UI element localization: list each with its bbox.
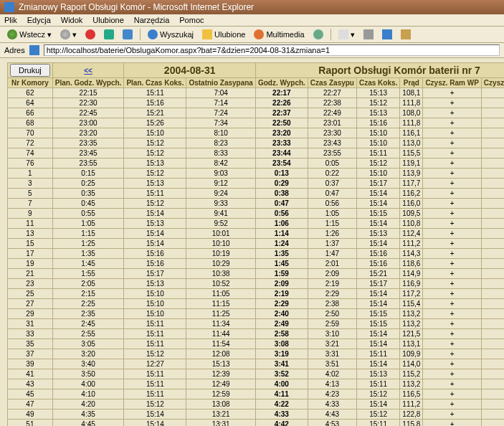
cell-pgw: 4:20 xyxy=(52,399,124,410)
refresh-button[interactable] xyxy=(101,29,117,40)
cell-nr: 51 xyxy=(8,420,53,427)
search-icon xyxy=(148,29,158,39)
cell-ck: 15:10 xyxy=(356,128,399,138)
cell-gw: 4:22 xyxy=(255,399,308,410)
cell-rwp: + xyxy=(423,269,481,279)
cell-dwp: + xyxy=(481,219,504,229)
table-row: 413:5015:1112:393:524:0215:13115,2++++ xyxy=(8,369,505,379)
edit-icon xyxy=(382,29,392,39)
cell-dwp: + xyxy=(481,329,504,339)
cell-nr: 27 xyxy=(8,299,53,309)
cell-oz: 10:10 xyxy=(186,239,255,249)
toolbar-separator xyxy=(140,29,141,40)
cell-pck: 15:14 xyxy=(124,209,186,219)
cell-pck: 15:12 xyxy=(124,148,186,158)
menu-help[interactable]: Pomoc xyxy=(179,16,204,24)
cell-nr: 70 xyxy=(8,128,53,138)
cell-dwp: + xyxy=(481,249,504,259)
cell-oz: 9:41 xyxy=(186,209,255,219)
cell-prad: 111,8 xyxy=(400,98,423,108)
cell-prad: 119,1 xyxy=(400,158,423,169)
forward-icon xyxy=(60,29,70,39)
cell-nr: 25 xyxy=(8,289,53,299)
column-header: Czas Zasypu xyxy=(308,78,356,88)
mail-button[interactable]: ▾ xyxy=(336,29,358,40)
cell-pgw: 4:35 xyxy=(52,410,124,420)
edit-button[interactable] xyxy=(379,29,395,40)
cell-dwp: + xyxy=(481,339,504,349)
history-button[interactable] xyxy=(310,29,326,40)
cell-pgw: 1:55 xyxy=(52,269,124,279)
cell-prad: 116,9 xyxy=(400,279,423,289)
cell-pck: 15:16 xyxy=(124,259,186,269)
cell-prad: 109,9 xyxy=(400,349,423,359)
column-header: Godz. Wypch. xyxy=(255,78,308,88)
print-button[interactable] xyxy=(361,29,376,40)
cell-rwp: + xyxy=(423,138,481,148)
cell-pck: 15:14 xyxy=(124,420,186,427)
cell-oz: 11:54 xyxy=(186,339,255,349)
cell-gw: 4:00 xyxy=(255,379,308,389)
cell-cz: 22:27 xyxy=(308,88,356,98)
cell-oz: 7:34 xyxy=(186,118,255,128)
cell-gw: 4:33 xyxy=(255,410,308,420)
home-button[interactable] xyxy=(120,29,135,40)
cell-gw: 23:44 xyxy=(255,148,308,158)
cell-dwp: + xyxy=(481,389,504,399)
menu-favorites[interactable]: Ulubione xyxy=(92,16,123,24)
stop-button[interactable] xyxy=(82,29,98,40)
cell-prad: 122,8 xyxy=(400,410,423,420)
menu-file[interactable]: Plik xyxy=(4,16,17,24)
cell-pck: 15:26 xyxy=(124,118,186,128)
search-button[interactable]: Wyszukaj xyxy=(145,29,196,40)
cell-gw: 2:58 xyxy=(255,329,308,339)
cell-pck: 15:14 xyxy=(124,239,186,249)
cell-gw: 1:59 xyxy=(255,269,308,279)
favorites-button[interactable]: Ulubione xyxy=(199,29,248,40)
cell-ck: 15:13 xyxy=(356,88,399,98)
forward-button[interactable]: ▾ xyxy=(57,29,80,40)
cell-prad: 110,8 xyxy=(400,219,423,229)
search-label: Wyszukaj xyxy=(160,30,194,39)
table-row: 252:1515:1011:052:192:2915:14117,2++++ xyxy=(8,289,505,299)
cell-rwp: + xyxy=(423,148,481,158)
cell-cz: 2:50 xyxy=(308,309,356,319)
cell-gw: 23:20 xyxy=(255,128,308,138)
discuss-button[interactable] xyxy=(398,29,414,40)
cell-cz: 2:01 xyxy=(308,259,356,269)
table-row: 7223:3515:128:2323:3323:4315:10113,0+++- xyxy=(8,138,505,148)
cell-cz: 2:59 xyxy=(308,319,356,329)
address-input[interactable] xyxy=(44,44,500,56)
media-button[interactable]: Multimedia xyxy=(251,29,307,40)
cell-ck: 15:13 xyxy=(356,369,399,379)
cell-dwp: + xyxy=(481,410,504,420)
cell-dwp: + xyxy=(481,399,504,410)
cell-pgw: 3:05 xyxy=(52,339,124,349)
cell-gw: 1:14 xyxy=(255,229,308,239)
cell-ck: 15:12 xyxy=(356,158,399,169)
cell-nr: 5 xyxy=(8,189,53,199)
cell-ck: 15:10 xyxy=(356,169,399,179)
cell-cz: 23:55 xyxy=(308,148,356,158)
back-button[interactable]: Wstecz ▾ xyxy=(4,29,54,40)
menu-view[interactable]: Widok xyxy=(61,16,83,24)
menu-tools[interactable]: Narzędzia xyxy=(134,16,170,24)
cell-dwp: + xyxy=(481,229,504,239)
cell-gw: 1:45 xyxy=(255,259,308,269)
cell-dwp: + xyxy=(481,379,504,389)
print-report-button[interactable]: Drukuj xyxy=(10,64,50,77)
cell-ck: 15:14 xyxy=(356,339,399,349)
cell-gw: 3:08 xyxy=(255,339,308,349)
cell-oz: 9:52 xyxy=(186,219,255,229)
nav-prev-link[interactable]: << xyxy=(84,67,92,75)
menu-edit[interactable]: Edycja xyxy=(27,16,51,24)
cell-prad: 108,1 xyxy=(400,88,423,98)
cell-gw: 22:37 xyxy=(255,108,308,118)
table-row: 514:4515:1413:314:424:5315:11115,8++++ xyxy=(8,420,505,427)
cell-gw: 22:50 xyxy=(255,118,308,128)
cell-rwp: + xyxy=(423,229,481,239)
cell-prad: 114,0 xyxy=(400,359,423,369)
cell-gw: 0:29 xyxy=(255,179,308,189)
cell-cz: 22:38 xyxy=(308,98,356,108)
cell-dwp: + xyxy=(481,98,504,108)
